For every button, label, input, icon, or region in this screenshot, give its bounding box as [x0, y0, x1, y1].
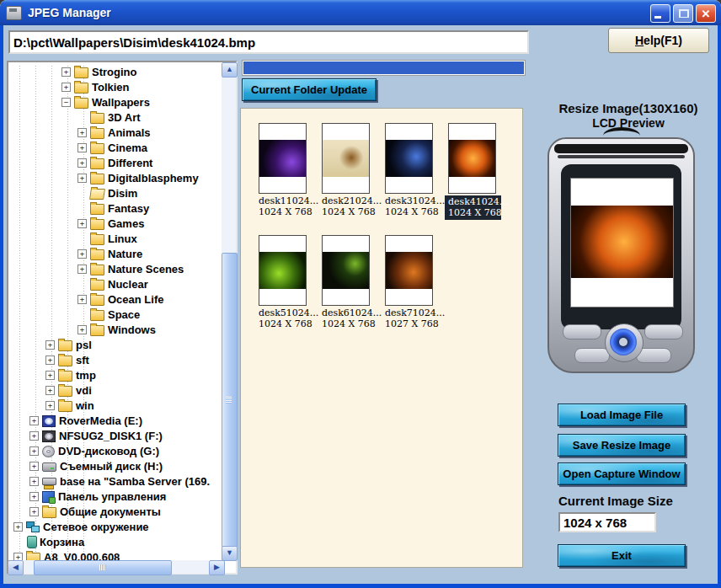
tree-item[interactable]: +Windows — [8, 322, 219, 337]
tree-item[interactable]: Nuclear — [8, 276, 219, 291]
thumbnail-item[interactable]: desk61024...1024 X 768 — [322, 235, 370, 329]
thumbnail-item[interactable]: desk31024...1024 X 768 — [385, 123, 433, 220]
tree-item-label: Cinema — [108, 142, 147, 154]
tree-item[interactable]: +Strogino — [8, 64, 219, 79]
tree-item[interactable]: +Tolkien — [8, 79, 219, 94]
expand-plus-icon[interactable]: + — [45, 371, 55, 380]
thumbnail-item-selected[interactable]: desk41024...1024 X 768 — [448, 123, 496, 220]
current-image-size-input[interactable] — [558, 512, 656, 532]
thumbnail-art — [323, 252, 369, 289]
thumbnail-image[interactable] — [385, 123, 433, 194]
tree-item-label: tmp — [76, 369, 96, 382]
tree-item[interactable]: +Сетевое окружение — [8, 519, 219, 534]
tree-item[interactable]: +Съемный диск (H:) — [8, 458, 219, 473]
expand-plus-icon[interactable]: + — [77, 143, 87, 152]
expand-plus-icon[interactable]: + — [61, 67, 71, 77]
help-button[interactable]: Help(F1) — [608, 28, 709, 53]
thumbnail-item[interactable]: desk51024...1024 X 768 — [259, 235, 307, 329]
thumbnail-image[interactable] — [385, 235, 433, 306]
thumbnail-size: 1024 X 768 — [259, 206, 307, 217]
scroll-up-arrow-icon[interactable]: ▲ — [222, 62, 238, 78]
tree-item[interactable]: +win — [8, 398, 219, 413]
thumbnail-image[interactable] — [448, 123, 496, 194]
tree-item[interactable]: +DVD-дисковод (G:) — [8, 443, 219, 458]
expand-plus-icon[interactable]: + — [45, 340, 55, 350]
tree-vscrollbar-thumb[interactable] — [222, 253, 238, 548]
expand-plus-icon[interactable]: + — [29, 507, 39, 516]
expand-plus-icon[interactable]: + — [13, 522, 23, 532]
tree-item[interactable]: +Общие документы — [8, 504, 219, 519]
collapse-minus-icon[interactable]: − — [61, 98, 71, 107]
save-resize-image-button[interactable]: Save Resize Image — [558, 434, 686, 457]
expand-plus-icon[interactable]: + — [29, 462, 39, 471]
file-path-input[interactable] — [8, 30, 529, 54]
tree-item[interactable]: +vdi — [8, 382, 219, 398]
maximize-button[interactable] — [673, 4, 693, 23]
expand-plus-icon[interactable]: + — [77, 265, 87, 274]
close-button[interactable]: ✕ — [696, 4, 716, 23]
expand-plus-icon[interactable]: + — [45, 386, 55, 395]
tree-item[interactable]: +psl — [8, 337, 219, 352]
thumbnail-item[interactable]: desk21024...1024 X 768 — [322, 123, 370, 220]
thumbnail-image[interactable] — [322, 123, 370, 194]
tree-item-label: Nuclear — [108, 278, 148, 291]
expand-plus-icon[interactable]: + — [29, 416, 39, 425]
tree-item[interactable]: Linux — [8, 231, 219, 246]
tree-item[interactable]: +tmp — [8, 367, 219, 382]
exit-button[interactable]: Exit — [558, 544, 686, 567]
tree-item[interactable]: +Nature Scenes — [8, 261, 219, 276]
tree-item[interactable]: +Digitalblasphemy — [8, 170, 219, 185]
tree-item[interactable]: +Different — [8, 155, 219, 170]
thumbnail-item[interactable]: desk11024...1024 X 768 — [259, 123, 307, 220]
tree-item[interactable]: +sft — [8, 352, 219, 367]
tree-item[interactable]: Disim — [8, 185, 219, 200]
open-capture-window-button[interactable]: Open Capture Window — [558, 462, 686, 485]
tree-item[interactable]: +Ocean Life — [8, 291, 219, 307]
tree-item-label: Windows — [108, 323, 156, 336]
tree-item-label: Корзина — [40, 536, 84, 548]
minimize-button[interactable] — [650, 4, 670, 23]
expand-plus-icon[interactable]: + — [29, 492, 39, 501]
tree-item[interactable]: +NFSUG2_DISK1 (F:) — [8, 428, 219, 443]
expand-plus-icon[interactable]: + — [29, 431, 39, 441]
scroll-right-arrow-icon[interactable]: ▶ — [209, 560, 225, 575]
expand-plus-icon[interactable]: + — [29, 477, 39, 486]
scroll-left-arrow-icon[interactable]: ◀ — [8, 560, 24, 575]
tree-item[interactable]: 3D Art — [8, 110, 219, 125]
thumbnail-size: 1024 X 768 — [448, 207, 499, 218]
scroll-down-arrow-icon[interactable]: ▼ — [222, 546, 238, 561]
tree-item[interactable]: Space — [8, 307, 219, 322]
expand-plus-icon[interactable]: + — [77, 295, 87, 304]
thumbnail-art — [449, 140, 495, 177]
tree-hscrollbar-thumb[interactable] — [34, 560, 172, 575]
expand-plus-icon[interactable]: + — [61, 83, 71, 92]
expand-plus-icon[interactable]: + — [77, 249, 87, 259]
tree-item[interactable]: Корзина — [8, 534, 219, 549]
tree-item[interactable]: +Панель управления — [8, 489, 219, 504]
thumbnail-image[interactable] — [259, 235, 307, 306]
expand-plus-icon[interactable]: + — [77, 174, 87, 183]
expand-plus-icon[interactable]: + — [45, 401, 55, 410]
tree-item[interactable]: +Nature — [8, 246, 219, 261]
tree-item[interactable]: +Games — [8, 216, 219, 231]
thumbnail-item[interactable]: desk71024...1027 X 768 — [385, 235, 433, 329]
expand-plus-icon[interactable]: + — [77, 128, 87, 137]
expand-plus-icon[interactable]: + — [77, 325, 87, 334]
load-image-file-button[interactable]: Load Image File — [558, 404, 686, 426]
tree-item-label: Disim — [108, 187, 137, 200]
tree-item[interactable]: +RoverMedia (E:) — [8, 413, 219, 428]
current-folder-update-button[interactable]: Current Folder Update — [242, 78, 377, 101]
tree-item[interactable]: Fantasy — [8, 200, 219, 216]
tree-item[interactable]: +Cinema — [8, 140, 219, 155]
expand-plus-icon[interactable]: + — [77, 158, 87, 168]
thumbnail-image[interactable] — [259, 123, 307, 194]
tree-item[interactable]: +Animals — [8, 125, 219, 140]
expand-plus-icon[interactable]: + — [29, 446, 39, 456]
tree-item[interactable]: −Wallpapers — [8, 94, 219, 110]
current-image-size-label: Current Image Size — [558, 494, 673, 508]
folder-tree: +Strogino+Tolkien−Wallpapers3D Art+Anima… — [8, 64, 219, 564]
tree-item[interactable]: +base на "Samba Server (169. — [8, 473, 219, 489]
thumbnail-image[interactable] — [322, 235, 370, 306]
expand-plus-icon[interactable]: + — [77, 219, 87, 228]
expand-plus-icon[interactable]: + — [45, 355, 55, 365]
